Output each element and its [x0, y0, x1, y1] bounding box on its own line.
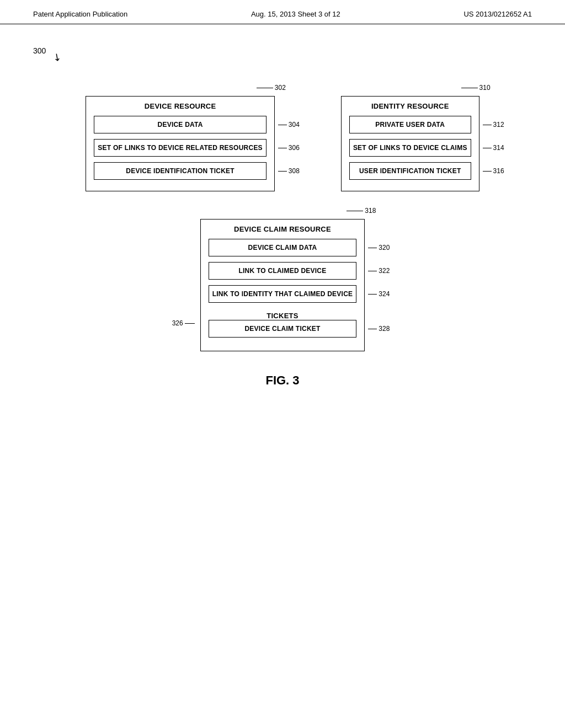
- identity-resource-wrapper: 310 IDENTITY RESOURCE PRIVATE USER DATA …: [341, 96, 479, 191]
- device-claim-wrapper: 318 DEVICE CLAIM RESOURCE DEVICE CLAIM D…: [200, 219, 365, 351]
- label-308: 308: [278, 167, 300, 175]
- label-322: 322: [368, 267, 390, 275]
- arrow-300: ↘: [50, 50, 64, 65]
- device-claim-resource-title: DEVICE CLAIM RESOURCE: [201, 220, 365, 239]
- label-312: 312: [483, 121, 504, 129]
- header-center: Aug. 15, 2013 Sheet 3 of 12: [251, 10, 340, 18]
- identity-resource-box: IDENTITY RESOURCE PRIVATE USER DATA 312 …: [341, 96, 479, 191]
- label-314: 314: [483, 144, 504, 152]
- tickets-section: 326 TICKETS DEVICE CLAIM TICKET 328: [201, 308, 365, 338]
- device-claim-data-box: DEVICE CLAIM DATA: [209, 239, 357, 256]
- user-id-ticket-box: USER IDENTIFICATION TICKET: [349, 162, 471, 180]
- header-left: Patent Application Publication: [33, 10, 127, 18]
- label-302: 302: [257, 84, 286, 92]
- content-area: 300 ↘ 302 DEVICE RESOURCE DEVICE DATA 30…: [0, 24, 565, 404]
- label-310: 310: [461, 84, 491, 92]
- label-300: 300: [33, 46, 46, 55]
- label-320: 320: [368, 244, 390, 251]
- device-resource-title: DEVICE RESOURCE: [86, 97, 274, 116]
- link-identity-box: LINK TO IDENTITY THAT CLAIMED DEVICE: [209, 285, 357, 303]
- device-id-ticket-box: DEVICE IDENTIFICATION TICKET: [94, 162, 266, 180]
- figure-label: FIG. 3: [33, 373, 532, 388]
- label-316: 316: [483, 167, 504, 175]
- identity-links-box: SET OF LINKS TO DEVICE CLAIMS: [349, 139, 471, 157]
- label-328: 328: [368, 325, 390, 333]
- private-user-data-box: PRIVATE USER DATA: [349, 116, 471, 133]
- header-right: US 2013/0212652 A1: [463, 10, 532, 18]
- link-claimed-device-box: LINK TO CLAIMED DEVICE: [209, 262, 357, 280]
- device-resource-box: DEVICE RESOURCE DEVICE DATA 304 SET OF L…: [86, 96, 275, 191]
- label-326: 326: [172, 319, 195, 327]
- device-data-box: DEVICE DATA: [94, 116, 266, 133]
- top-row: 302 DEVICE RESOURCE DEVICE DATA 304 SET: [33, 96, 532, 191]
- page-header: Patent Application Publication Aug. 15, …: [0, 0, 565, 24]
- identity-resource-title: IDENTITY RESOURCE: [342, 97, 479, 116]
- label-304: 304: [278, 121, 300, 129]
- label-306: 306: [278, 144, 300, 152]
- device-resource-wrapper: 302 DEVICE RESOURCE DEVICE DATA 304 SET: [86, 96, 275, 191]
- label-324: 324: [368, 290, 390, 298]
- device-claim-resource-box: DEVICE CLAIM RESOURCE DEVICE CLAIM DATA …: [200, 219, 365, 351]
- bottom-row: 318 DEVICE CLAIM RESOURCE DEVICE CLAIM D…: [33, 219, 532, 351]
- device-links-box: SET OF LINKS TO DEVICE RELATED RESOURCES: [94, 139, 266, 157]
- device-claim-ticket-box: DEVICE CLAIM TICKET: [209, 320, 357, 338]
- label-318: 318: [347, 207, 376, 215]
- tickets-label: TICKETS: [201, 308, 365, 320]
